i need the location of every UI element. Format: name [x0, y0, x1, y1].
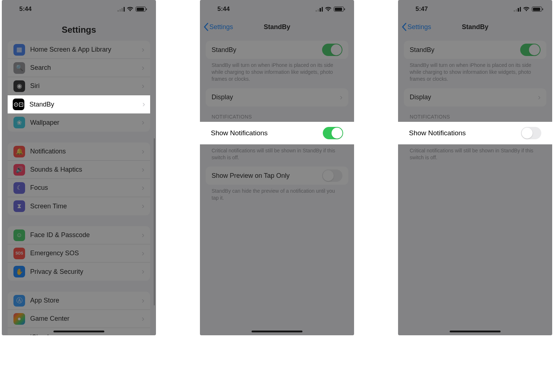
chevron-right-icon: › [142, 314, 144, 324]
settings-row-notifications[interactable]: 🔔Notifications› [8, 143, 150, 161]
wifi-icon [325, 7, 332, 12]
display-section: Display › [404, 88, 546, 107]
gamecenter-icon: ● [13, 313, 25, 325]
chevron-right-icon: › [142, 201, 144, 211]
settings-row-home-screen-app-library[interactable]: ▦Home Screen & App Library› [8, 41, 150, 59]
standby-description: StandBy will turn on when iPhone is plac… [398, 59, 552, 83]
status-bar: 5:44 [2, 0, 156, 18]
critical-description: Critical notifications will still be sho… [398, 144, 552, 162]
chevron-right-icon: › [142, 118, 144, 127]
row-label: Screen Time [30, 203, 142, 210]
settings-row-standby[interactable]: ⊙⊡StandBy› [8, 95, 150, 113]
status-bar: 5:47 [398, 0, 552, 18]
standby-icon: ⊙⊡ [13, 99, 24, 110]
show-notifications-row-wrap: Show Notifications [398, 122, 552, 144]
cellular-signal-icon [117, 7, 125, 12]
row-label: Siri [30, 82, 142, 90]
row-label: Sounds & Haptics [30, 166, 142, 173]
chevron-right-icon: › [142, 147, 144, 156]
settings-row-emergency-sos[interactable]: SOSEmergency SOS› [8, 244, 150, 263]
standby-toggle-section: StandBy [206, 41, 348, 59]
row-label: Home Screen & App Library [30, 46, 142, 53]
settings-row-sounds-haptics[interactable]: 🔊Sounds & Haptics› [8, 161, 150, 179]
settings-row-screen-time[interactable]: ⧗Screen Time› [8, 197, 150, 215]
show-notifications-row[interactable]: Show Notifications [398, 122, 552, 144]
wallpaper-icon: ❀ [13, 117, 25, 128]
settings-row-siri[interactable]: ◉Siri› [8, 77, 150, 95]
show-notifications-toggle[interactable] [323, 127, 343, 139]
settings-row-wallpaper[interactable]: ❀Wallpaper› [8, 113, 150, 132]
status-bar: 5:44 [200, 0, 354, 18]
row-label: App Store [30, 297, 142, 304]
battery-icon [532, 7, 542, 12]
back-button[interactable]: Settings [204, 23, 233, 31]
display-section: Display › [206, 88, 348, 107]
standby-toggle-row[interactable]: StandBy [404, 41, 546, 59]
home-indicator[interactable] [53, 331, 104, 332]
settings-row-search[interactable]: 🔍Search› [8, 59, 150, 77]
faceid-icon: ☺ [13, 229, 25, 241]
chevron-right-icon: › [142, 249, 144, 258]
cellular-signal-icon [514, 7, 521, 12]
show-notifications-label: Show Notifications [409, 129, 521, 137]
status-time: 5:47 [416, 5, 428, 13]
preview-toggle[interactable] [322, 169, 342, 182]
home-indicator[interactable] [252, 331, 302, 332]
back-label: Settings [209, 23, 233, 31]
display-label: Display [410, 93, 538, 101]
home-indicator[interactable] [450, 331, 501, 332]
status-time: 5:44 [217, 5, 230, 13]
settings-row-app-store[interactable]: ⒶApp Store› [8, 292, 150, 310]
phone-screen-1: 5:44 Settings ▦Home Screen & App Library… [2, 0, 156, 335]
search-icon: 🔍 [13, 62, 25, 74]
display-row[interactable]: Display › [404, 88, 546, 107]
row-label: iCloud [30, 333, 142, 336]
settings-group-2: ☺Face ID & Passcode›SOSEmergency SOS›✋Pr… [8, 226, 150, 281]
status-icons [514, 7, 542, 12]
preview-row[interactable]: Show Preview on Tap Only [206, 167, 348, 185]
settings-row-face-id-passcode[interactable]: ☺Face ID & Passcode› [8, 226, 150, 244]
chevron-right-icon: › [142, 267, 144, 276]
row-label: Game Center [30, 315, 142, 323]
settings-row-game-center[interactable]: ●Game Center› [8, 310, 150, 328]
chevron-left-icon [402, 23, 407, 31]
cellular-signal-icon [316, 7, 323, 12]
settings-row-privacy-security[interactable]: ✋Privacy & Security› [8, 263, 150, 281]
notifications-header: NOTIFICATIONS [398, 107, 552, 122]
status-icons [117, 7, 146, 12]
chevron-right-icon: › [142, 165, 144, 175]
standby-toggle-row[interactable]: StandBy [206, 41, 348, 59]
scroll-indicator[interactable] [154, 138, 155, 305]
show-notifications-label: Show Notifications [211, 129, 323, 137]
standby-toggle[interactable] [520, 44, 541, 56]
display-label: Display [212, 93, 340, 101]
highlight-wrap: ⊙⊡StandBy› [8, 95, 150, 113]
chevron-right-icon: › [142, 231, 144, 240]
phone-screen-3: 5:47 Settings StandBy StandBy StandBy wi… [398, 0, 552, 335]
chevron-right-icon: › [142, 296, 144, 305]
focus-icon: ☾ [13, 182, 25, 194]
preview-description: StandBy can hide the preview of a notifi… [200, 185, 354, 202]
show-notifications-toggle[interactable] [521, 127, 541, 139]
settings-row-focus[interactable]: ☾Focus› [8, 179, 150, 197]
show-notifications-row[interactable]: Show Notifications [200, 122, 354, 144]
standby-toggle[interactable] [322, 44, 342, 56]
home-screen-icon: ▦ [13, 44, 25, 56]
settings-group-3: ⒶApp Store›●Game Center›☁iCloud› [8, 292, 150, 335]
status-time: 5:44 [19, 5, 32, 13]
chevron-right-icon: › [142, 63, 144, 73]
row-label: Emergency SOS [30, 249, 142, 257]
wifi-icon [523, 7, 530, 12]
display-row[interactable]: Display › [206, 88, 348, 107]
chevron-right-icon: › [142, 45, 144, 55]
row-label: Wallpaper [30, 119, 142, 127]
preview-section: Show Preview on Tap Only [206, 167, 348, 185]
chevron-right-icon: › [538, 93, 541, 102]
phone-screen-2: 5:44 Settings StandBy StandBy StandBy wi… [200, 0, 354, 335]
settings-group-1: 🔔Notifications›🔊Sounds & Haptics›☾Focus›… [8, 143, 150, 215]
standby-toggle-section: StandBy [404, 41, 546, 59]
icloud-icon: ☁ [13, 331, 25, 335]
preview-label: Show Preview on Tap Only [212, 172, 322, 180]
back-button[interactable]: Settings [402, 23, 431, 31]
critical-description: Critical notifications will still be sho… [200, 144, 354, 162]
